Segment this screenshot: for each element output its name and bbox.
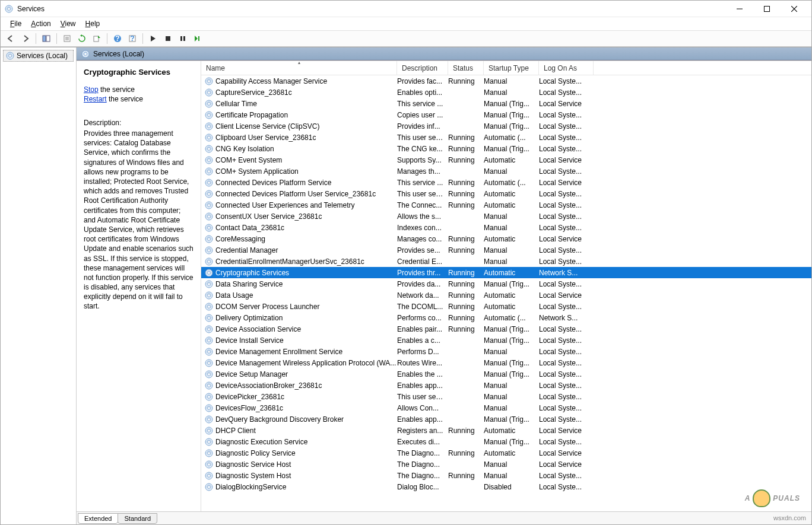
table-row[interactable]: DevicePicker_23681cThis user ser...Manua…	[201, 391, 811, 402]
service-desc-cell: Performs D...	[397, 348, 448, 356]
table-row[interactable]: DHCP ClientRegisters an...RunningAutomat…	[201, 425, 811, 436]
table-row[interactable]: Diagnostic Service HostThe Diagno...Manu…	[201, 459, 811, 470]
export-button[interactable]	[90, 32, 103, 45]
service-logon-cell: Local Service	[539, 100, 594, 108]
stop-service-button[interactable]	[161, 32, 175, 45]
service-name-cell: Contact Data_23681c	[215, 224, 284, 232]
svg-rect-14	[166, 36, 170, 41]
service-status-cell: Running	[448, 427, 484, 435]
tab-extended[interactable]: Extended	[78, 513, 118, 524]
refresh-button[interactable]	[75, 32, 88, 45]
table-row[interactable]: CaptureService_23681cEnables opti...Manu…	[201, 87, 811, 98]
service-logon-cell: Local Syste...	[539, 472, 594, 480]
menu-action[interactable]: Action	[26, 18, 55, 29]
service-name-cell: Cellular Time	[215, 100, 257, 108]
show-hide-tree-button[interactable]	[40, 32, 53, 45]
table-row[interactable]: CoreMessagingManages co...RunningAutomat…	[201, 233, 811, 244]
table-row[interactable]: Credential ManagerProvides se...RunningM…	[201, 244, 811, 256]
column-logon[interactable]: Log On As	[539, 61, 594, 75]
gear-icon	[205, 427, 213, 435]
service-status-cell: Running	[448, 325, 484, 333]
menu-help[interactable]: Help	[81, 18, 105, 29]
table-row[interactable]: Device Association ServiceEnables pair..…	[201, 323, 811, 335]
service-logon-cell: Local Syste...	[539, 167, 594, 176]
table-row[interactable]: Capability Access Manager ServiceProvide…	[201, 75, 811, 87]
pause-service-button[interactable]	[176, 32, 189, 45]
properties-button[interactable]	[61, 32, 74, 45]
service-rows[interactable]: Capability Access Manager ServiceProvide…	[201, 75, 811, 511]
service-logon-cell: Local Service	[539, 179, 594, 187]
service-status-cell: Running	[448, 179, 484, 187]
tab-standard[interactable]: Standard	[118, 513, 157, 524]
table-row[interactable]: Data Sharing ServiceProvides da...Runnin…	[201, 278, 811, 289]
table-row[interactable]: Diagnostic System HostThe Diagno...Runni…	[201, 470, 811, 481]
menu-file[interactable]: File	[5, 18, 26, 29]
column-startup[interactable]: Startup Type	[484, 61, 539, 75]
maximize-button[interactable]	[753, 1, 781, 17]
start-service-button[interactable]	[147, 32, 160, 45]
table-row[interactable]: Client License Service (ClipSVC)Provides…	[201, 120, 811, 132]
table-row[interactable]: Connected Devices Platform ServiceThis s…	[201, 177, 811, 188]
table-row[interactable]: Cryptographic ServicesProvides thr...Run…	[201, 267, 811, 278]
service-desc-cell: Copies user ...	[397, 111, 448, 119]
service-logon-cell: Local Syste...	[539, 77, 594, 85]
service-startup-cell: Automatic	[484, 449, 539, 457]
help2-button[interactable]: ?	[126, 32, 139, 45]
tree-node-services-local[interactable]: Services (Local)	[3, 50, 74, 62]
table-row[interactable]: Clipboard User Service_23681cThis user s…	[201, 132, 811, 143]
restart-link[interactable]: Restart	[84, 95, 107, 103]
gear-icon	[205, 77, 213, 85]
table-row[interactable]: COM+ Event SystemSupports Sy...RunningAu…	[201, 154, 811, 166]
sort-indicator-icon: ▴	[298, 61, 300, 65]
table-row[interactable]: Device Setup ManagerEnables the ...Manua…	[201, 368, 811, 380]
table-row[interactable]: DevQuery Background Discovery BrokerEnab…	[201, 413, 811, 425]
restart-service-button[interactable]	[191, 32, 204, 45]
service-startup-cell: Manual (Trig...	[484, 370, 539, 378]
table-row[interactable]: Delivery OptimizationPerforms co...Runni…	[201, 312, 811, 323]
close-button[interactable]	[781, 1, 808, 17]
table-row[interactable]: COM+ System ApplicationManages th...Manu…	[201, 166, 811, 177]
service-name-cell: CaptureService_23681c	[215, 88, 292, 97]
table-row[interactable]: Diagnostic Execution ServiceExecutes di.…	[201, 436, 811, 447]
table-row[interactable]: Data UsageNetwork da...RunningAutomaticL…	[201, 289, 811, 301]
stop-link[interactable]: Stop	[84, 85, 99, 94]
back-button[interactable]	[4, 32, 17, 45]
table-row[interactable]: DialogBlockingServiceDialog Bloc...Disab…	[201, 481, 811, 492]
table-row[interactable]: Connected User Experiences and Telemetry…	[201, 199, 811, 211]
table-row[interactable]: CNG Key IsolationThe CNG ke...RunningMan…	[201, 143, 811, 154]
table-row[interactable]: DevicesFlow_23681cAllows Con...ManualLoc…	[201, 402, 811, 413]
table-row[interactable]: ConsentUX User Service_23681cAllows the …	[201, 211, 811, 222]
minimize-button[interactable]	[726, 1, 753, 17]
menu-view[interactable]: View	[56, 18, 81, 29]
service-startup-cell: Automatic	[484, 303, 539, 311]
service-desc-cell: Provides fac...	[397, 77, 448, 85]
service-logon-cell: Local Syste...	[539, 88, 594, 97]
table-row[interactable]: DCOM Server Process LauncherThe DCOML...…	[201, 301, 811, 312]
service-status-cell: Running	[448, 280, 484, 288]
table-row[interactable]: CredentialEnrollmentManagerUserSvc_23681…	[201, 256, 811, 267]
table-row[interactable]: Cellular TimeThis service ...Manual (Tri…	[201, 98, 811, 109]
service-desc-cell: The Diagno...	[397, 460, 448, 469]
column-status[interactable]: Status	[448, 61, 484, 75]
service-status-cell: Running	[448, 235, 484, 243]
table-row[interactable]: Certificate PropagationCopies user ...Ma…	[201, 109, 811, 120]
service-desc-cell: Registers an...	[397, 427, 448, 435]
table-row[interactable]: DeviceAssociationBroker_23681cEnables ap…	[201, 380, 811, 391]
table-row[interactable]: Diagnostic Policy ServiceThe Diagno...Ru…	[201, 447, 811, 459]
svg-rect-2	[765, 6, 770, 11]
table-row[interactable]: Contact Data_23681cIndexes con...ManualL…	[201, 222, 811, 233]
column-description[interactable]: Description	[397, 61, 448, 75]
help-button[interactable]: ?	[111, 32, 124, 45]
service-desc-cell: Executes di...	[397, 438, 448, 446]
service-logon-cell: Local Service	[539, 460, 594, 469]
column-name[interactable]: Name▴	[201, 61, 397, 75]
service-desc-cell: Provides thr...	[397, 269, 448, 277]
table-row[interactable]: Connected Devices Platform User Service_…	[201, 188, 811, 199]
service-startup-cell: Manual	[484, 404, 539, 412]
table-row[interactable]: Device Management Enrollment ServicePerf…	[201, 346, 811, 357]
table-row[interactable]: Device Management Wireless Application P…	[201, 357, 811, 368]
table-row[interactable]: Device Install ServiceEnables a c...Manu…	[201, 335, 811, 346]
menu-bar: File Action View Help	[1, 17, 811, 30]
service-name-cell: CNG Key Isolation	[215, 145, 274, 153]
forward-button[interactable]	[19, 32, 32, 45]
